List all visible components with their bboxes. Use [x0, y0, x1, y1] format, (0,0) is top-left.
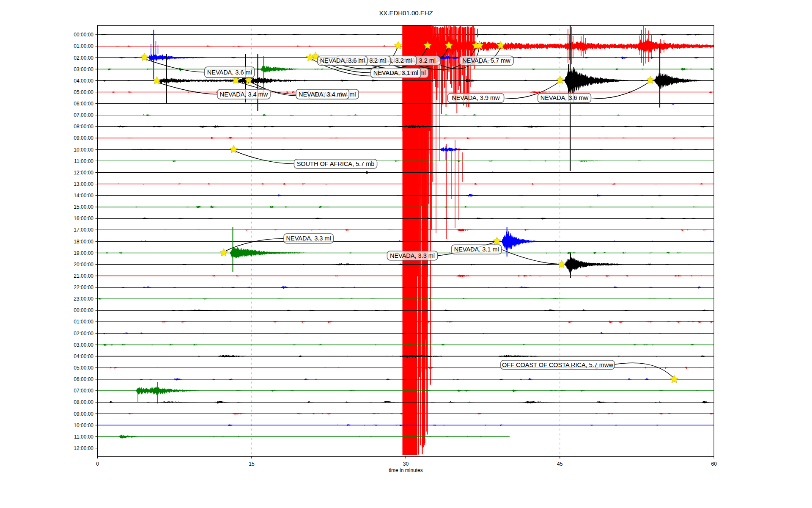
svg-text:12:00:00: 12:00:00 — [74, 170, 93, 176]
svg-text:13:00:00: 13:00:00 — [74, 181, 93, 187]
svg-text:time in minutes: time in minutes — [389, 467, 423, 473]
svg-text:05:00:00: 05:00:00 — [74, 365, 93, 371]
svg-text:NEVADA, 3.3 ml: NEVADA, 3.3 ml — [390, 252, 435, 259]
svg-text:05:00:00: 05:00:00 — [74, 89, 93, 95]
svg-text:16:00:00: 16:00:00 — [74, 215, 93, 221]
svg-text:NEVADA, 5.7 mw: NEVADA, 5.7 mw — [462, 57, 510, 64]
svg-text:09:00:00: 09:00:00 — [74, 135, 93, 141]
svg-text:NEVADA, 3.1 ml: NEVADA, 3.1 ml — [454, 246, 499, 253]
svg-text:08:00:00: 08:00:00 — [74, 399, 93, 405]
svg-text:04:00:00: 04:00:00 — [74, 353, 93, 359]
svg-text:12:00:00: 12:00:00 — [74, 445, 93, 451]
svg-text:NEVADA, 3.6 mw: NEVADA, 3.6 mw — [540, 94, 589, 101]
svg-text:01:00:00: 01:00:00 — [74, 319, 93, 325]
svg-text:SOUTH OF AFRICA, 5.7 mb: SOUTH OF AFRICA, 5.7 mb — [297, 160, 375, 167]
svg-text:08:00:00: 08:00:00 — [74, 124, 93, 130]
svg-text:45: 45 — [557, 461, 563, 467]
svg-text:02:00:00: 02:00:00 — [74, 55, 93, 61]
svg-text:0: 0 — [96, 461, 99, 467]
svg-text:07:00:00: 07:00:00 — [74, 112, 93, 118]
svg-text:03:00:00: 03:00:00 — [74, 66, 93, 72]
svg-text:23:00:00: 23:00:00 — [74, 296, 93, 302]
svg-text:22:00:00: 22:00:00 — [74, 284, 93, 290]
svg-text:30: 30 — [403, 461, 409, 467]
svg-text:06:00:00: 06:00:00 — [74, 101, 93, 107]
svg-text:NEVADA, 3.3 ml: NEVADA, 3.3 ml — [286, 235, 331, 242]
svg-text:60: 60 — [711, 461, 717, 467]
svg-text:18:00:00: 18:00:00 — [74, 239, 93, 245]
svg-text:07:00:00: 07:00:00 — [74, 388, 93, 394]
svg-text:11:00:00: 11:00:00 — [74, 158, 93, 164]
svg-text:09:00:00: 09:00:00 — [74, 411, 93, 417]
svg-text:15: 15 — [249, 461, 255, 467]
svg-text:10:00:00: 10:00:00 — [74, 422, 93, 428]
svg-text:NEVADA, 3.1 ml: NEVADA, 3.1 ml — [373, 69, 418, 76]
svg-text:00:00:00: 00:00:00 — [74, 32, 93, 38]
svg-text:NEVADA, 3.4 mw: NEVADA, 3.4 mw — [220, 91, 268, 98]
svg-text:NEVADA, 3.6 ml: NEVADA, 3.6 ml — [320, 57, 365, 64]
svg-text:17:00:00: 17:00:00 — [74, 227, 93, 233]
svg-text:04:00:00: 04:00:00 — [74, 78, 93, 84]
svg-text:20:00:00: 20:00:00 — [74, 262, 93, 268]
svg-text:11:00:00: 11:00:00 — [74, 434, 93, 440]
svg-text:01:00:00: 01:00:00 — [74, 43, 93, 49]
svg-text:10:00:00: 10:00:00 — [74, 147, 93, 153]
svg-text:21:00:00: 21:00:00 — [74, 273, 93, 279]
svg-text:06:00:00: 06:00:00 — [74, 376, 93, 382]
svg-text:02:00:00: 02:00:00 — [74, 331, 93, 337]
svg-text:19:00:00: 19:00:00 — [74, 250, 93, 256]
svg-text:15:00:00: 15:00:00 — [74, 204, 93, 210]
svg-text:NEVADA, 3.9 mw: NEVADA, 3.9 mw — [452, 94, 500, 101]
svg-text:XX.EDH01.00.EHZ: XX.EDH01.00.EHZ — [379, 9, 433, 17]
svg-text:OFF COAST OF COSTA RICA, 5.7 m: OFF COAST OF COSTA RICA, 5.7 mww — [502, 362, 613, 368]
svg-text:03:00:00: 03:00:00 — [74, 342, 93, 348]
svg-text:00:00:00: 00:00:00 — [74, 307, 93, 313]
svg-text:14:00:00: 14:00:00 — [74, 193, 93, 199]
svg-text:NEVADA, 3.4 mw: NEVADA, 3.4 mw — [299, 91, 347, 98]
svg-text:NEVADA, 3.6 ml: NEVADA, 3.6 ml — [207, 69, 252, 76]
